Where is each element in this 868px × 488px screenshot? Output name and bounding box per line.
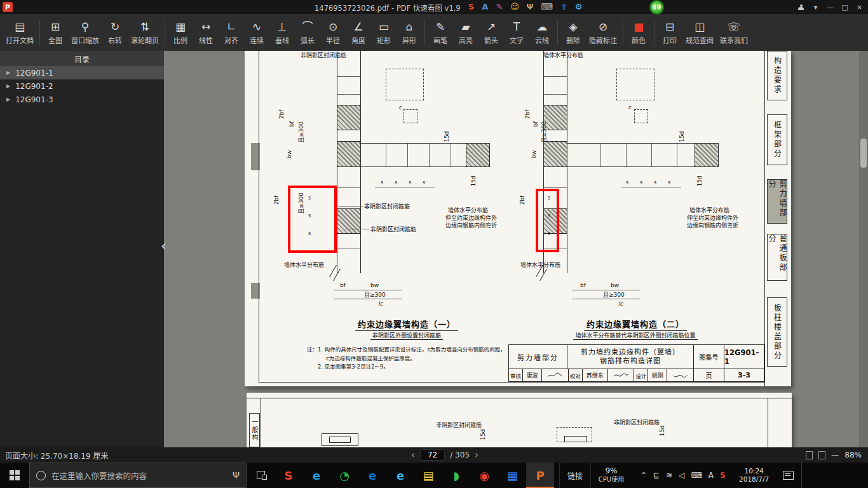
tool-radius[interactable]: ⊙半径 bbox=[320, 15, 346, 50]
tool-polygon[interactable]: ⌂异形 bbox=[397, 15, 422, 50]
search-mic-icon[interactable]: Ψ bbox=[233, 470, 240, 480]
single-page-view-icon[interactable] bbox=[806, 451, 813, 459]
prev-page-button[interactable]: ‹ bbox=[411, 449, 415, 461]
menu-chevron-icon[interactable]: ▾ bbox=[808, 0, 823, 14]
dim-line bbox=[572, 299, 641, 299]
taskbar-app-ie2[interactable]: e bbox=[386, 463, 414, 488]
tool-highlight[interactable]: ▰高亮 bbox=[453, 15, 478, 50]
handwriting-icon[interactable]: ✎ bbox=[496, 2, 503, 12]
drawing-notes: 注：1. 构件的具体尺寸及钢筋配置详见设计标注，s为剪力墙竖向分布钢筋的间距， … bbox=[307, 346, 506, 372]
taskbar-app-pdf-viewer[interactable]: P bbox=[526, 463, 554, 488]
expand-arrow-icon[interactable]: ▶ bbox=[6, 70, 10, 76]
sheet-page-no: 3-3 bbox=[724, 369, 764, 381]
tool-arrow[interactable]: ↗箭头 bbox=[478, 15, 504, 50]
note-line: 注：1. 构件的具体尺寸及钢筋配置详见设计标注，s为剪力墙竖向分布钢筋的间距， bbox=[307, 346, 506, 355]
tool-window-zoom[interactable]: ⚲窗口缩放 bbox=[68, 15, 102, 50]
tool-delete[interactable]: ◈删除 bbox=[560, 15, 586, 50]
maximize-button[interactable]: □ bbox=[837, 0, 852, 14]
dim-label: lc bbox=[618, 301, 623, 308]
sidebar-collapse-arrow[interactable]: ‹ bbox=[161, 239, 166, 253]
taskbar-app-green[interactable]: ◗ bbox=[442, 463, 470, 488]
toc-item-12G901-2[interactable]: ▶12G901-2 bbox=[0, 79, 164, 93]
drawing-label: 非阴影区封闭箍筋 bbox=[364, 203, 410, 210]
tool-continuous-measure[interactable]: ∿连续 bbox=[244, 15, 269, 50]
tool-arc-length[interactable]: ⌒弧长 bbox=[295, 15, 320, 50]
show-desktop-button[interactable] bbox=[801, 463, 804, 488]
start-button[interactable] bbox=[0, 463, 29, 488]
page-number-input[interactable]: 72 bbox=[420, 449, 445, 461]
soft-keyboard-icon[interactable]: ⌨ bbox=[541, 2, 553, 12]
toc-item-12G901-3[interactable]: ▶12G901-3 bbox=[0, 93, 164, 106]
tool-hide-annotations[interactable]: ⊘隐藏标注 bbox=[586, 15, 620, 50]
tool-rectangle[interactable]: ▭矩形 bbox=[371, 15, 397, 50]
taskbar-clock[interactable]: 10:24 2018/7/7 bbox=[733, 467, 775, 484]
tool-text[interactable]: T文字 bbox=[504, 15, 529, 50]
wifi-icon[interactable]: ≋ bbox=[666, 471, 672, 480]
tool-open-document[interactable]: ▤打开文档 bbox=[3, 15, 37, 50]
close-button[interactable]: × bbox=[852, 0, 867, 14]
scrollbar-thumb[interactable] bbox=[860, 139, 867, 168]
task-view-button[interactable] bbox=[247, 463, 275, 488]
tool-fit-page[interactable]: ⊞全图 bbox=[43, 15, 68, 50]
cpu-usage-widget[interactable]: 9% CPU使用 bbox=[591, 463, 632, 488]
ime-mode-icon[interactable]: A bbox=[482, 2, 488, 12]
chevron-up-icon[interactable]: ⌃ bbox=[641, 471, 647, 480]
drawing-title-line: 钢筋排布构造详图 bbox=[600, 357, 661, 366]
taskbar-app-ie[interactable]: e bbox=[302, 463, 330, 488]
sogou-ime-icon[interactable]: S bbox=[468, 2, 474, 12]
tool-label: 云线 bbox=[535, 35, 549, 45]
taskbar-app-360-browser[interactable]: ◔ bbox=[330, 463, 358, 488]
tool-linear-measure[interactable]: ↔线性 bbox=[193, 15, 219, 50]
taskbar-app-file-explorer[interactable]: ▤ bbox=[414, 463, 442, 488]
taskbar-app-sogou-browser[interactable]: S bbox=[275, 463, 302, 488]
diagram-title: 约束边缘翼墙构造（二） bbox=[556, 318, 715, 330]
ime-mode-icon[interactable]: A bbox=[709, 471, 714, 480]
emoji-icon[interactable]: ☺ bbox=[510, 2, 519, 12]
zoom-level-text[interactable]: 88% bbox=[844, 451, 862, 459]
tool-pen[interactable]: ✎画笔 bbox=[428, 15, 453, 50]
tool-color[interactable]: ■颜色 bbox=[626, 15, 651, 50]
tool-label: 删除 bbox=[566, 35, 580, 45]
red-annotation-box[interactable] bbox=[288, 186, 337, 253]
tool-perpendicular[interactable]: ⊥垂线 bbox=[269, 15, 295, 50]
tool-scroll-page[interactable]: ⇅滚轮翻页 bbox=[128, 15, 162, 50]
tool-rotate-right[interactable]: ↻右转 bbox=[102, 15, 128, 50]
taskbar-app-chrome[interactable]: ◉ bbox=[470, 463, 498, 488]
volume-icon[interactable]: ◁ bbox=[679, 471, 684, 480]
booster-ball-badge[interactable]: 69 bbox=[649, 0, 664, 15]
voice-input-icon[interactable]: Ψ bbox=[527, 2, 533, 12]
dim-label: bf bbox=[532, 121, 539, 127]
ethernet-icon[interactable]: ⊑ bbox=[653, 471, 660, 480]
tool-print[interactable]: ⊟打印 bbox=[657, 15, 682, 50]
pdf-viewer-canvas[interactable]: 非阴影区封闭箍筋 2bf bf 且≥300 bw 2bf 且≥300 s s s… bbox=[164, 51, 868, 447]
expand-arrow-icon[interactable]: ▶ bbox=[6, 83, 10, 89]
taskbar-app-blue[interactable]: ▦ bbox=[498, 463, 526, 488]
links-toolbar[interactable]: 链接 bbox=[559, 463, 591, 488]
taskbar-app-edge[interactable]: e bbox=[358, 463, 386, 488]
ime-skin-icon[interactable]: ⇧ bbox=[560, 2, 567, 12]
next-page-button[interactable]: › bbox=[475, 449, 478, 461]
tool-cloud-line[interactable]: ☁云线 bbox=[529, 15, 555, 50]
text-icon: T bbox=[513, 20, 520, 34]
sogou-tray-icon[interactable]: S bbox=[720, 471, 726, 480]
tool-spec-lookup[interactable]: ◫规范查阅 bbox=[682, 15, 717, 50]
tool-contact-us[interactable]: ☏联系我们 bbox=[717, 15, 751, 50]
tool-scale[interactable]: ▦比例 bbox=[168, 15, 193, 50]
minimize-button[interactable]: — bbox=[823, 0, 837, 14]
dim-label: 15d bbox=[679, 131, 685, 142]
ime-settings-icon[interactable]: ⚙ bbox=[575, 2, 583, 12]
rebar-tick bbox=[626, 144, 627, 166]
action-center-icon[interactable] bbox=[783, 471, 794, 480]
user-account-icon[interactable] bbox=[794, 0, 808, 14]
expand-arrow-icon[interactable]: ▶ bbox=[6, 97, 10, 102]
toc-item-12G901-1[interactable]: ▶12G901-1 bbox=[0, 66, 164, 79]
zoom-out-button[interactable]: — bbox=[831, 451, 839, 459]
print-icon: ⊟ bbox=[665, 20, 674, 34]
touch-keyboard-icon[interactable]: ⌨ bbox=[691, 471, 702, 480]
taskbar-search-input[interactable]: 在这里输入你要搜索的内容 Ψ bbox=[29, 463, 247, 488]
tool-align-measure[interactable]: ∟对齐 bbox=[219, 15, 244, 50]
tool-angle[interactable]: ∠角度 bbox=[346, 15, 371, 50]
vertical-scrollbar[interactable] bbox=[859, 51, 868, 447]
red-annotation-box[interactable] bbox=[536, 189, 559, 252]
continuous-view-icon[interactable] bbox=[818, 451, 825, 459]
